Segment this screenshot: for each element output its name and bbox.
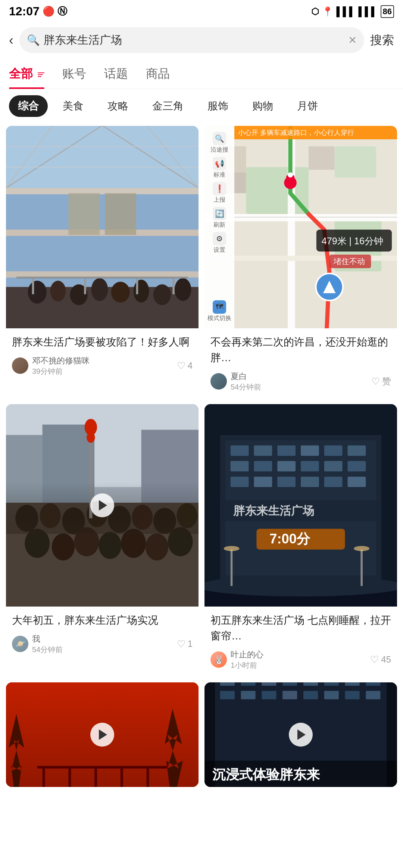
card-4-title: 初五胖东来生活广场 七点刚睡醒，拉开窗帘… (210, 613, 391, 644)
svg-rect-122 (220, 691, 235, 699)
svg-rect-89 (254, 477, 272, 487)
svg-point-99 (204, 576, 397, 596)
svg-rect-11 (68, 193, 100, 235)
map-nav-settings[interactable]: ⚙ 设置 (213, 232, 226, 254)
map-nav-refresh[interactable]: 🔄 刷新 (213, 207, 226, 229)
svg-rect-24 (84, 279, 86, 294)
tab-account[interactable]: 账号 (62, 59, 86, 89)
play-button-3[interactable] (90, 493, 114, 517)
category-bar: 综合 美食 攻略 金三角 服饰 购物 月饼 (0, 89, 403, 123)
notification-icon: 🔴 (43, 6, 54, 17)
search-input-wrap[interactable]: 🔍 胖东来生活广场 ✕ (19, 27, 364, 53)
card-3[interactable]: 大年初五，胖东来生活广场实况 🪐 我 54分钟前 ♡ 1 (6, 404, 199, 676)
card-3-avatar: 🪐 (12, 636, 28, 652)
svg-rect-114 (220, 682, 235, 686)
search-text: 胖东来生活广场 (44, 32, 344, 48)
card-4-like[interactable]: ♡ 45 (370, 654, 391, 666)
card-4-author: 🐰 叶止的心 1小时前 (210, 649, 263, 670)
svg-rect-8 (6, 188, 199, 194)
svg-rect-110 (121, 768, 123, 787)
svg-marker-1 (6, 126, 199, 188)
search-button[interactable]: 搜索 (370, 32, 394, 49)
svg-rect-108 (68, 768, 71, 787)
svg-rect-86 (324, 461, 343, 471)
svg-rect-78 (277, 445, 296, 456)
card-4-like-count: 45 (381, 654, 391, 665)
card-6[interactable]: 沉浸式体验胖东来 (204, 682, 397, 787)
card-1-body: 胖东来生活广场要被攻陷了！好多人啊 邓不挑的修猫咪 39分钟前 ♡ 4 (6, 328, 199, 382)
svg-rect-40 (309, 146, 335, 170)
svg-rect-28 (246, 167, 309, 214)
svg-rect-90 (277, 477, 296, 487)
svg-rect-107 (43, 768, 45, 787)
tab-bar: 全部 账号 话题 商品 (0, 59, 403, 89)
map-mode-toggle[interactable]: 🗺 模式切换 (207, 300, 231, 322)
heart-icon-4: ♡ (370, 654, 379, 666)
card-4-footer: 🐰 叶止的心 1小时前 ♡ 45 (210, 649, 391, 670)
svg-rect-26 (172, 279, 175, 294)
cat-gouwu[interactable]: 购物 (243, 95, 282, 117)
card-2-title: 不会再来第二次的许昌，还没开始逛的胖… (210, 334, 391, 366)
heart-icon-2: ♡ (371, 376, 380, 387)
card-4-body: 初五胖东来生活广场 七点刚睡醒，拉开窗帘… 🐰 叶止的心 1小时前 ♡ 45 (204, 607, 397, 676)
svg-rect-9 (6, 230, 199, 236)
svg-rect-118 (303, 682, 318, 686)
tab-product[interactable]: 商品 (146, 59, 170, 89)
card-1[interactable]: 胖东来生活广场要被攻陷了！好多人啊 邓不挑的修猫咪 39分钟前 ♡ 4 (6, 126, 199, 398)
card-3-like[interactable]: ♡ 1 (177, 638, 193, 650)
svg-rect-106 (37, 766, 168, 768)
card-6-image: 沉浸式体验胖东来 (204, 682, 397, 787)
card-3-footer: 🪐 我 54分钟前 ♡ 1 (12, 633, 193, 655)
card-4[interactable]: 胖东来生活广场 7:00分 初五胖东来生活广场 七点刚睡醒，拉开窗帘… 🐰 (204, 404, 397, 676)
svg-point-66 (146, 533, 168, 561)
bluetooth-icon: ⬡ (311, 6, 319, 17)
cat-gonglue[interactable]: 攻略 (99, 95, 137, 117)
svg-rect-123 (241, 691, 256, 699)
card-2-like[interactable]: ♡ 赞 (371, 375, 391, 387)
svg-rect-80 (324, 445, 343, 456)
tab-all[interactable]: 全部 (9, 59, 44, 89)
map-nav-report[interactable]: ❗ 上报 (213, 182, 226, 204)
map-nav-panel: 🔍 沿途搜 📢 标准 ❗ 上报 🔄 刷新 ⚙ 设置 (204, 126, 234, 328)
heart-icon: ♡ (177, 360, 185, 372)
cat-zonghe[interactable]: 综合 (9, 95, 48, 117)
cat-meishi[interactable]: 美食 (54, 95, 93, 117)
cat-yuebing[interactable]: 月饼 (288, 95, 327, 117)
card-3-title: 大年初五，胖东来生活广场实况 (12, 613, 193, 628)
tab-topic[interactable]: 话题 (104, 59, 128, 89)
battery-indicator: 86 (381, 5, 394, 18)
filter-icon (38, 72, 44, 77)
map-nav-search[interactable]: 🔍 沿途搜 (210, 132, 228, 154)
card-1-like[interactable]: ♡ 4 (177, 360, 193, 372)
card-5[interactable] (6, 682, 199, 787)
card-2-like-count: 赞 (382, 375, 391, 387)
svg-rect-77 (254, 445, 272, 456)
svg-rect-85 (301, 461, 319, 471)
card-3-author-time: 54分钟前 (32, 645, 63, 655)
play-button-6[interactable] (289, 723, 313, 747)
svg-text:479米 | 16分钟: 479米 | 16分钟 (322, 236, 383, 246)
svg-rect-128 (345, 691, 360, 699)
svg-rect-125 (282, 691, 297, 699)
svg-rect-92 (324, 477, 343, 487)
clear-button[interactable]: ✕ (348, 34, 357, 46)
card-2-image: 479米 | 16分钟 堵住不动 🔍 沿途搜 📢 标准 ❗ 上报 (204, 126, 397, 328)
cat-jinsanjiao[interactable]: 金三角 (143, 95, 193, 117)
map-nav-standard[interactable]: 📢 标准 (213, 157, 226, 179)
heart-icon-3: ♡ (177, 638, 185, 650)
svg-point-71 (87, 432, 95, 443)
status-left: 12:07 🔴 Ⓝ (9, 4, 67, 18)
svg-point-14 (28, 281, 47, 304)
play-button-5[interactable] (90, 723, 114, 747)
svg-rect-111 (147, 768, 149, 787)
card-2[interactable]: 479米 | 16分钟 堵住不动 🔍 沿途搜 📢 标准 ❗ 上报 (204, 126, 397, 398)
svg-rect-119 (324, 682, 339, 686)
svg-rect-12 (105, 193, 136, 235)
card-4-image: 胖东来生活广场 7:00分 (204, 404, 397, 607)
content-grid: 胖东来生活广场要被攻陷了！好多人啊 邓不挑的修猫咪 39分钟前 ♡ 4 (0, 123, 403, 790)
card-2-body: 不会再来第二次的许昌，还没开始逛的胖… 夏白 54分钟前 ♡ 赞 (204, 328, 397, 398)
card-2-author-time: 54分钟前 (231, 382, 261, 392)
back-button[interactable]: ‹ (9, 32, 13, 48)
svg-rect-83 (254, 461, 272, 471)
cat-fushi[interactable]: 服饰 (199, 95, 237, 117)
